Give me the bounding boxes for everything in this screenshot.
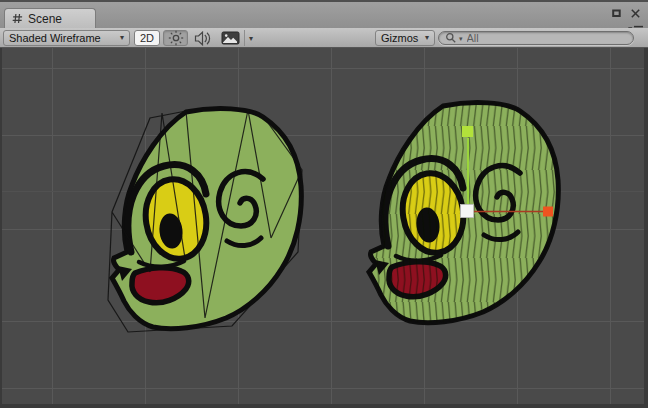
tab-scene[interactable]: Scene xyxy=(4,8,96,28)
chevron-down-icon: ▾ xyxy=(249,34,253,43)
chevron-down-icon: ▾ xyxy=(120,34,124,42)
scene-toolbar: Shaded Wireframe ▾ 2D ▾ xyxy=(0,28,648,48)
effects-dropdown-caret[interactable]: ▾ xyxy=(244,30,257,46)
lighting-toggle-button[interactable] xyxy=(163,30,188,46)
search-filter-caret[interactable]: ▾ xyxy=(459,35,463,42)
image-icon xyxy=(221,31,240,45)
effects-button[interactable] xyxy=(216,30,244,46)
search-input[interactable] xyxy=(465,32,627,44)
chevron-down-icon: ▾ xyxy=(425,34,429,42)
scene-viewport[interactable] xyxy=(2,48,644,404)
gizmo-center-handle[interactable] xyxy=(461,205,474,218)
magnifier-icon xyxy=(445,32,457,44)
speaker-icon xyxy=(194,31,211,46)
gizmo-y-handle[interactable] xyxy=(462,126,473,137)
sun-icon xyxy=(168,30,184,46)
restore-icon[interactable] xyxy=(612,9,621,18)
sprite-skull-left[interactable] xyxy=(108,109,302,332)
gizmos-label: Gizmos xyxy=(381,32,418,44)
draw-mode-dropdown[interactable]: Shaded Wireframe ▾ xyxy=(3,30,130,46)
tab-label: Scene xyxy=(28,12,62,26)
gizmos-dropdown[interactable]: Gizmos ▾ xyxy=(375,30,435,46)
gizmo-x-handle[interactable] xyxy=(543,207,553,217)
tab-bar: Scene xyxy=(0,0,648,28)
draw-mode-label: Shaded Wireframe xyxy=(9,32,101,44)
audio-toggle-button[interactable] xyxy=(190,30,214,46)
close-icon[interactable] xyxy=(630,8,641,19)
grid-icon xyxy=(12,13,23,24)
search-field: ▾ xyxy=(438,31,634,45)
2d-toggle-button[interactable]: 2D xyxy=(134,30,160,46)
